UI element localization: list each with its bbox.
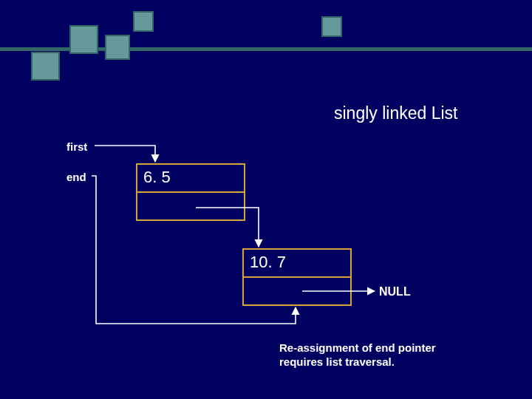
arrow-overlay [0,0,532,399]
caption-line: Re-assignment of end pointer [279,341,436,354]
caption-line: requires list traversal. [279,355,395,368]
node-value: 10. 7 [244,250,350,275]
decor-square [133,11,154,32]
decor-square [321,16,342,37]
decor-square [105,35,130,60]
node-divider [137,191,244,193]
slide-title: singly linked List [334,103,457,123]
slide-caption: Re-assignment of end pointer requires li… [279,341,436,369]
list-node: 10. 7 [242,248,352,306]
node-divider [244,276,350,278]
null-label: NULL [379,285,411,299]
pointer-label-end: end [66,171,86,183]
node-value: 6. 5 [137,165,244,190]
list-node: 6. 5 [136,163,245,221]
decor-square [31,52,60,81]
pointer-label-first: first [66,140,87,153]
decor-square [69,25,98,54]
